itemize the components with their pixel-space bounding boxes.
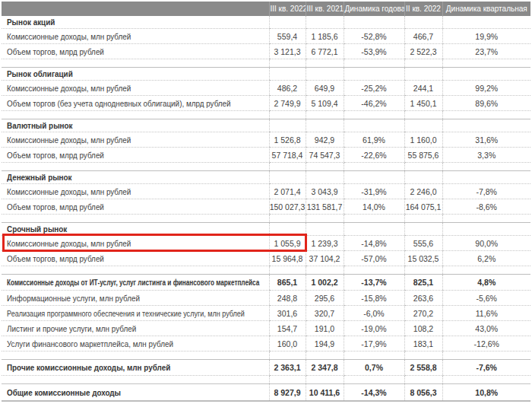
value-cell: 99,2% (442, 81, 530, 96)
row-label-cell: Комиссионные доходы, млн рублей (2, 81, 269, 96)
value-cell: 150 027,3 (269, 199, 306, 215)
row-label-cell: Валютный рынок (2, 119, 269, 132)
value-cell (269, 266, 306, 275)
value-cell: 74 547,3 (306, 148, 344, 163)
value-cell: 1 160,0 (404, 132, 442, 148)
value-cell: 6,2% (442, 251, 530, 266)
value-cell: 8 927,9 (269, 384, 306, 402)
value-cell: -12,6% (442, 336, 530, 352)
value-cell: 14,0% (344, 199, 404, 215)
row-label: Срочный рынок (7, 224, 67, 234)
row-label: Комиссионные доходы, млн рублей (7, 239, 131, 248)
section-title-row: Комиссионные доходы от ИТ-услуг, услуг л… (2, 275, 530, 291)
row-label-cell: Рынок облигаций (2, 68, 269, 81)
value-cell (269, 171, 306, 184)
value-cell: 942,9 (306, 132, 344, 148)
data-row: Объем торгов, млрд рублей15 964,837 104,… (2, 251, 530, 266)
value-cell: 154,7 (269, 321, 306, 336)
value-cell: 3 121,3 (269, 44, 306, 59)
value-cell (306, 119, 344, 132)
total-row: Общие комиссионные доходы8 927,910 411,6… (2, 384, 530, 402)
row-label: Реализация программного обеспечения и те… (7, 309, 245, 318)
value-cell: 10 411,6 (306, 384, 344, 402)
value-cell: 2 522,3 (404, 44, 442, 59)
value-cell: 183,1 (404, 336, 442, 352)
row-label-cell: Информационные услуги, млн рублей (2, 291, 269, 306)
value-cell: -53,9% (344, 44, 404, 59)
value-cell: 37 104,2 (306, 251, 344, 266)
row-label-cell: Рынок акций (2, 16, 269, 29)
value-cell: 43,0% (442, 321, 530, 336)
col-header-label (2, 2, 269, 16)
value-cell: -7,8% (442, 184, 530, 199)
value-cell: 57 718,4 (269, 148, 306, 163)
row-label: Объем торгов (без учета однодневных обли… (7, 99, 231, 108)
row-label-cell: Реализация программного обеспечения и те… (2, 306, 269, 321)
value-cell: 10,8% (442, 384, 530, 402)
row-label: Услуги финансового маркетплейса, млн руб… (7, 339, 173, 348)
spacer-cell (2, 111, 269, 119)
row-label: Рынок облигаций (7, 69, 73, 78)
value-cell (404, 223, 442, 236)
row-label-cell: Объем торгов, млрд рублей (2, 251, 269, 266)
value-cell: 301,6 (269, 306, 306, 321)
row-label-cell: Комиссионные доходы, млн рублей (2, 236, 269, 251)
value-cell (442, 68, 530, 81)
value-cell: 1 185,6 (306, 29, 344, 44)
value-cell: -7,6% (442, 360, 530, 376)
value-cell: 865,1 (269, 275, 306, 291)
value-cell: -22,6% (344, 148, 404, 163)
row-label: Информационные услуги, млн рублей (7, 294, 140, 303)
col-header-qoq-change: Динамика квартальная (442, 2, 530, 16)
value-cell: 108,2 (404, 321, 442, 336)
value-cell (404, 266, 442, 275)
value-cell: -6,0% (344, 306, 404, 321)
value-cell (269, 376, 306, 384)
value-cell (306, 376, 344, 384)
row-label-cell: Комиссионные доходы от ИТ-услуг, услуг л… (2, 275, 269, 291)
value-cell (442, 266, 530, 275)
value-cell (442, 111, 530, 119)
value-cell (442, 352, 530, 360)
value-cell (442, 163, 530, 171)
value-cell: 160,0 (269, 336, 306, 352)
col-header-q2-2022: II кв. 2022 (404, 2, 442, 16)
value-cell (269, 352, 306, 360)
data-row: Объем торгов, млрд рублей57 718,474 547,… (2, 148, 530, 163)
value-cell: 248,8 (269, 291, 306, 306)
spacer-cell (2, 352, 269, 360)
value-cell (442, 16, 530, 29)
section-spacer-row (2, 266, 530, 275)
value-cell: -13,7% (344, 275, 404, 291)
value-cell: 244,1 (404, 81, 442, 96)
value-cell (442, 215, 530, 223)
value-cell: -25,2% (344, 81, 404, 96)
spacer-cell (2, 215, 269, 223)
row-label: Комиссионные доходы, млн рублей (7, 84, 131, 93)
value-cell (306, 223, 344, 236)
value-cell (344, 223, 404, 236)
highlighted-data-row: Комиссионные доходы, млн рублей1 055,91 … (2, 236, 530, 251)
section-spacer-row (2, 163, 530, 171)
value-cell (306, 16, 344, 29)
value-cell (442, 171, 530, 184)
col-header-q3-2021: III кв. 2021 (306, 2, 344, 16)
row-label: Комиссионные доходы, млн рублей (7, 32, 131, 41)
value-cell: 263,6 (404, 291, 442, 306)
value-cell: 4,8% (442, 275, 530, 291)
row-label-cell: Услуги финансового маркетплейса, млн руб… (2, 336, 269, 352)
row-label-cell: Срочный рынок (2, 223, 269, 236)
row-label: Объем торгов, млрд рублей (7, 47, 104, 56)
value-cell (344, 171, 404, 184)
row-label-cell: Объем торгов, млрд рублей (2, 199, 269, 215)
data-row: Комиссионные доходы, млн рублей1 526,894… (2, 132, 530, 148)
value-cell: 555,6 (404, 236, 442, 251)
data-row: Объем торгов (без учета однодневных обли… (2, 96, 530, 111)
value-cell (442, 59, 530, 68)
value-cell (269, 68, 306, 81)
row-label-cell: Денежный рынок (2, 171, 269, 184)
data-row: Объем торгов, млрд рублей150 027,3131 58… (2, 199, 530, 215)
value-cell (404, 111, 442, 119)
data-row: Объем торгов, млрд рублей3 121,36 772,1-… (2, 44, 530, 59)
value-cell: 61,9% (344, 132, 404, 148)
